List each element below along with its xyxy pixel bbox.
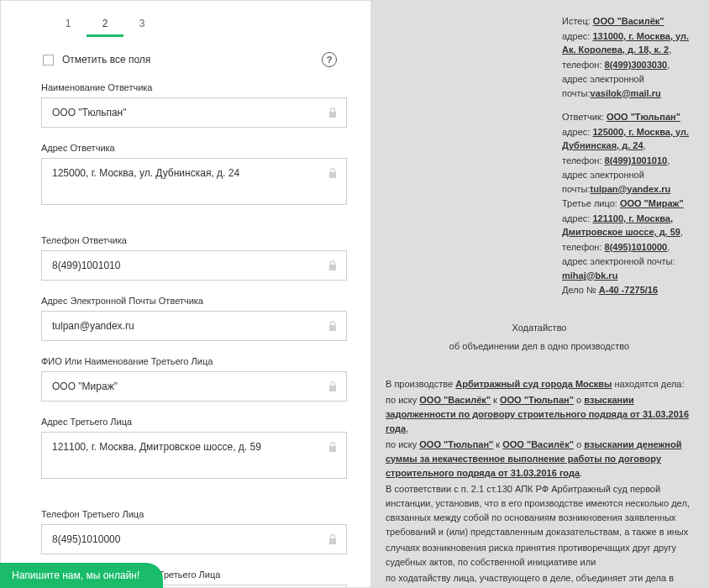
text-input[interactable] [42,98,346,127]
defendant-email: tulpan@yandex.ru [591,184,671,194]
lock-icon [328,320,338,332]
field-label: Телефон Третьего Лица [41,509,347,519]
field-label: Адрес Ответчика [41,143,347,153]
plaintiff-name: ООО "Василёк" [593,16,664,26]
plaintiff-email: vasilok@mail.ru [591,88,661,98]
tab-3[interactable]: 3 [123,11,160,37]
third-name: ООО "Мираж" [620,198,684,208]
text-input[interactable] [42,525,346,554]
text-input[interactable] [42,159,346,187]
document-subtitle: об объединении дел в одно производство [386,339,693,354]
third-label: Третье лицо: [562,198,617,208]
mark-all-label: Отметить все поля [62,54,150,66]
field-label: Наименование Ответчика [41,82,347,92]
field-label: Адрес Электронной Почты Ответчика [41,296,347,306]
chat-widget[interactable]: Напишите нам, мы онлайн! [0,563,163,588]
field-label: Телефон Ответчика [41,235,347,245]
defendant-phone: 8(499)1001010 [605,155,668,165]
document-title: Ходатайство [386,321,693,335]
defendant-name: ООО "Тюльпан" [607,112,680,122]
mark-all-checkbox[interactable] [43,55,54,66]
lock-icon [328,167,338,179]
lock-icon [328,533,338,545]
help-icon[interactable]: ? [322,52,337,67]
lock-icon [328,381,338,392]
third-phone: 8(495)1010000 [605,242,668,252]
document-body: В производстве Арбитражный суд города Мо… [386,377,693,588]
plaintiff-phone: 8(499)3003030 [605,60,668,70]
document-preview: Истец: ООО "Василёк" адрес: 131000, г. М… [370,1,708,587]
field-label: ФИО Или Наименование Третьего Лица [41,356,347,366]
defendant-label: Ответчик: [562,112,604,122]
step-tabs: 1 2 3 [50,11,347,37]
text-input[interactable] [42,372,346,401]
tab-2[interactable]: 2 [87,11,123,37]
third-email: mihaj@bk.ru [562,270,617,281]
tab-1[interactable]: 1 [50,11,87,37]
plaintiff-label: Истец: [562,16,591,26]
lock-icon [328,107,338,118]
text-input[interactable] [42,433,346,461]
case-number: А-40 -7275/16 [599,285,658,295]
form-panel: 1 2 3 Отметить все поля ? Наименование О… [1,1,370,587]
text-input[interactable] [42,312,346,340]
field-label: Адрес Третьего Лица [41,417,347,427]
lock-icon [328,260,338,271]
text-input[interactable] [42,251,346,280]
lock-icon [328,441,338,453]
